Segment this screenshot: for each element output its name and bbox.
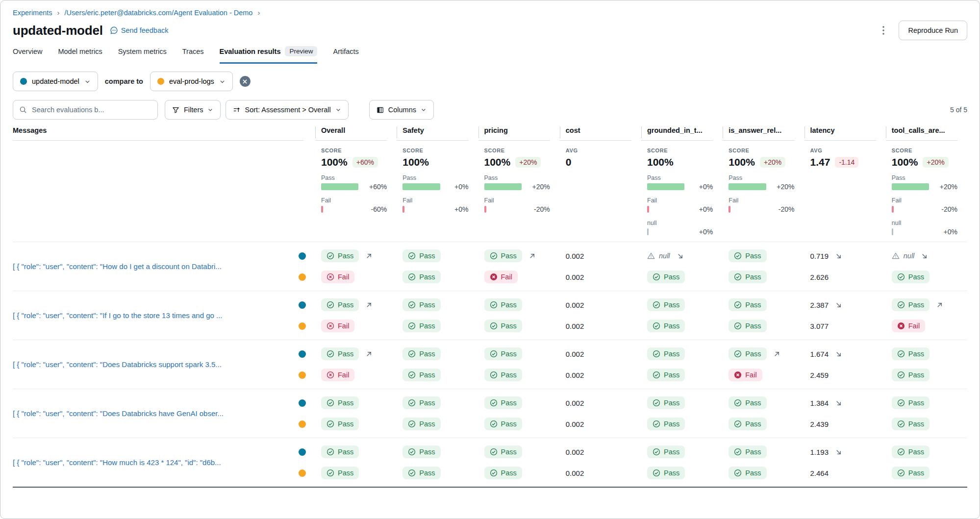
search-box[interactable] xyxy=(13,100,158,120)
pass-badge[interactable]: Pass xyxy=(729,249,766,262)
fail-badge[interactable]: Fail xyxy=(321,369,354,381)
pass-badge[interactable]: Pass xyxy=(892,445,930,458)
pass-badge[interactable]: Pass xyxy=(647,445,685,458)
breadcrumb-experiment-path-link[interactable]: /Users/eric.peter@databricks.com/Agent E… xyxy=(65,9,253,17)
column-header-overall[interactable]: Overall xyxy=(315,126,387,141)
message-link[interactable]: [ { "role": "user", "content": "Does Dat… xyxy=(13,360,299,369)
column-header-latency[interactable]: latency xyxy=(804,126,876,141)
filters-button[interactable]: Filters xyxy=(165,100,221,120)
pass-badge[interactable]: Pass xyxy=(647,396,685,409)
pass-badge[interactable]: Pass xyxy=(402,347,440,360)
trend-up-icon[interactable] xyxy=(773,350,780,358)
column-header-grounded[interactable]: grounded_in_t... xyxy=(641,126,713,141)
pass-badge[interactable]: Pass xyxy=(647,320,685,332)
trend-down-icon[interactable] xyxy=(835,350,842,358)
pass-badge[interactable]: Pass xyxy=(484,320,522,332)
trend-up-icon[interactable] xyxy=(528,252,536,260)
message-link[interactable]: [ { "role": "user", "content": "How do I… xyxy=(13,262,299,271)
column-header-pricing[interactable]: pricing xyxy=(478,126,550,141)
fail-badge[interactable]: Fail xyxy=(729,369,762,381)
column-header-safety[interactable]: Safety xyxy=(397,126,468,141)
pass-badge[interactable]: Pass xyxy=(729,347,766,360)
column-header-tool_calls[interactable]: tool_calls_are... xyxy=(886,126,957,141)
pass-badge[interactable]: Pass xyxy=(402,467,440,479)
pass-badge[interactable]: Pass xyxy=(729,396,766,409)
pass-badge[interactable]: Pass xyxy=(892,418,930,430)
tab-system-metrics[interactable]: System metrics xyxy=(118,46,167,64)
pass-badge[interactable]: Pass xyxy=(484,369,522,381)
pass-badge[interactable]: Pass xyxy=(402,298,440,311)
pass-badge[interactable]: Pass xyxy=(647,271,685,283)
column-header-cost[interactable]: cost xyxy=(560,126,631,141)
pass-badge[interactable]: Pass xyxy=(892,369,930,381)
fail-badge[interactable]: Fail xyxy=(321,271,354,283)
pass-badge[interactable]: Pass xyxy=(321,467,359,479)
send-feedback-link[interactable]: Send feedback xyxy=(110,26,169,35)
pass-badge[interactable]: Pass xyxy=(402,249,440,262)
pass-badge[interactable]: Pass xyxy=(402,418,440,430)
pass-badge[interactable]: Pass xyxy=(892,271,930,283)
trend-down-icon[interactable] xyxy=(835,252,842,260)
pass-badge[interactable]: Pass xyxy=(647,298,685,311)
pass-badge[interactable]: Pass xyxy=(484,396,522,409)
pass-badge[interactable]: Pass xyxy=(729,320,766,332)
pass-badge[interactable]: Pass xyxy=(647,418,685,430)
trend-down-icon[interactable] xyxy=(921,252,928,260)
pass-badge[interactable]: Pass xyxy=(729,271,766,283)
search-input[interactable] xyxy=(32,106,151,114)
tab-model-metrics[interactable]: Model metrics xyxy=(58,46,102,64)
pass-badge[interactable]: Pass xyxy=(729,467,766,479)
pass-badge[interactable]: Pass xyxy=(892,396,930,409)
trend-up-icon[interactable] xyxy=(365,350,373,358)
pass-badge[interactable]: Pass xyxy=(892,467,930,479)
pass-badge[interactable]: Pass xyxy=(484,467,522,479)
pass-badge[interactable]: Pass xyxy=(321,249,359,262)
message-link[interactable]: [ { "role": "user", "content": "If I go … xyxy=(13,311,299,320)
pass-badge[interactable]: Pass xyxy=(484,249,522,262)
pass-badge[interactable]: Pass xyxy=(484,418,522,430)
pass-badge[interactable]: Pass xyxy=(321,298,359,311)
pass-badge[interactable]: Pass xyxy=(484,298,522,311)
overflow-menu-button[interactable] xyxy=(876,22,891,39)
trend-up-icon[interactable] xyxy=(365,301,373,309)
column-header-is_answer[interactable]: is_answer_rel... xyxy=(723,126,794,141)
pass-badge[interactable]: Pass xyxy=(402,271,440,283)
message-link[interactable]: [ { "role": "user", "content": "How much… xyxy=(13,458,299,467)
tab-traces[interactable]: Traces xyxy=(182,46,204,64)
breadcrumb-experiments-link[interactable]: Experiments xyxy=(13,9,52,17)
pass-badge[interactable]: Pass xyxy=(321,445,359,458)
remove-comparison-button[interactable] xyxy=(240,76,251,87)
fail-badge[interactable]: Fail xyxy=(484,271,518,283)
trend-up-icon[interactable] xyxy=(365,252,373,260)
fail-badge[interactable]: Fail xyxy=(321,320,354,332)
trend-down-icon[interactable] xyxy=(677,252,684,260)
secondary-run-selector[interactable]: eval-prod-logs xyxy=(150,72,233,91)
tab-evaluation-results[interactable]: Evaluation resultsPreview xyxy=(220,46,318,64)
pass-badge[interactable]: Pass xyxy=(402,369,440,381)
pass-badge[interactable]: Pass xyxy=(729,298,766,311)
primary-run-selector[interactable]: updated-model xyxy=(13,72,98,91)
pass-badge[interactable]: Pass xyxy=(729,445,766,458)
pass-badge[interactable]: Pass xyxy=(402,320,440,332)
pass-badge[interactable]: Pass xyxy=(729,418,766,430)
pass-badge[interactable]: Pass xyxy=(647,369,685,381)
pass-badge[interactable]: Pass xyxy=(484,445,522,458)
reproduce-run-button[interactable]: Reproduce Run xyxy=(899,21,967,40)
tab-artifacts[interactable]: Artifacts xyxy=(333,46,358,64)
fail-badge[interactable]: Fail xyxy=(892,320,925,332)
pass-badge[interactable]: Pass xyxy=(892,347,930,360)
pass-badge[interactable]: Pass xyxy=(484,347,522,360)
pass-badge[interactable]: Pass xyxy=(321,396,359,409)
tab-overview[interactable]: Overview xyxy=(13,46,42,64)
pass-badge[interactable]: Pass xyxy=(402,445,440,458)
trend-down-icon[interactable] xyxy=(835,301,842,309)
columns-button[interactable]: Columns xyxy=(369,100,434,120)
pass-badge[interactable]: Pass xyxy=(402,396,440,409)
pass-badge[interactable]: Pass xyxy=(647,467,685,479)
trend-down-icon[interactable] xyxy=(835,448,842,456)
message-link[interactable]: [ { "role": "user", "content": "Does Dat… xyxy=(13,409,299,418)
pass-badge[interactable]: Pass xyxy=(647,347,685,360)
trend-up-icon[interactable] xyxy=(936,301,943,309)
sort-button[interactable]: Sort: Assessment > Overall xyxy=(226,100,348,120)
pass-badge[interactable]: Pass xyxy=(321,347,359,360)
